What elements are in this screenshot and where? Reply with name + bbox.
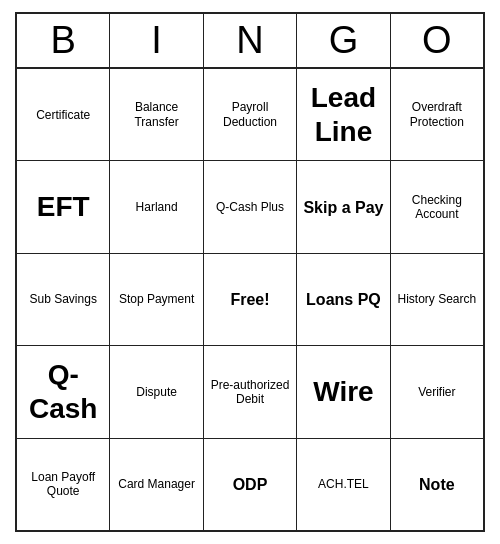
cell-label: Stop Payment	[119, 292, 194, 306]
cell-label: Wire	[313, 375, 373, 409]
cell-label: Pre-authorized Debit	[207, 378, 293, 407]
bingo-cell: Lead Line	[297, 69, 390, 160]
cell-label: Lead Line	[300, 81, 386, 148]
bingo-row: Q-CashDisputePre-authorized DebitWireVer…	[17, 346, 483, 438]
bingo-row: Loan Payoff QuoteCard ManagerODPACH.TELN…	[17, 439, 483, 530]
cell-label: Dispute	[136, 385, 177, 399]
cell-label: EFT	[37, 190, 90, 224]
header-letter: O	[391, 14, 483, 67]
header-letter: B	[17, 14, 110, 67]
cell-label: Harland	[136, 200, 178, 214]
cell-label: Certificate	[36, 108, 90, 122]
bingo-cell: Overdraft Protection	[391, 69, 483, 160]
bingo-row: EFTHarlandQ-Cash PlusSkip a PayChecking …	[17, 161, 483, 253]
bingo-cell: Verifier	[391, 346, 483, 437]
bingo-grid: CertificateBalance TransferPayroll Deduc…	[17, 69, 483, 530]
bingo-cell: Dispute	[110, 346, 203, 437]
bingo-card: BINGO CertificateBalance TransferPayroll…	[15, 12, 485, 532]
bingo-header: BINGO	[17, 14, 483, 69]
header-letter: I	[110, 14, 203, 67]
bingo-cell: Loan Payoff Quote	[17, 439, 110, 530]
bingo-cell: Note	[391, 439, 483, 530]
bingo-cell: Pre-authorized Debit	[204, 346, 297, 437]
bingo-row: CertificateBalance TransferPayroll Deduc…	[17, 69, 483, 161]
cell-label: Card Manager	[118, 477, 195, 491]
bingo-cell: History Search	[391, 254, 483, 345]
bingo-cell: Loans PQ	[297, 254, 390, 345]
bingo-cell: EFT	[17, 161, 110, 252]
cell-label: Overdraft Protection	[394, 100, 480, 129]
bingo-cell: Q-Cash	[17, 346, 110, 437]
header-letter: N	[204, 14, 297, 67]
header-letter: G	[297, 14, 390, 67]
bingo-cell: Balance Transfer	[110, 69, 203, 160]
bingo-cell: Skip a Pay	[297, 161, 390, 252]
cell-label: Q-Cash	[20, 358, 106, 425]
cell-label: Note	[419, 475, 455, 494]
bingo-row: Sub SavingsStop PaymentFree!Loans PQHist…	[17, 254, 483, 346]
bingo-cell: Harland	[110, 161, 203, 252]
cell-label: Q-Cash Plus	[216, 200, 284, 214]
cell-label: Loans PQ	[306, 290, 381, 309]
cell-label: ODP	[233, 475, 268, 494]
bingo-cell: Stop Payment	[110, 254, 203, 345]
bingo-cell: Certificate	[17, 69, 110, 160]
cell-label: History Search	[397, 292, 476, 306]
cell-label: Sub Savings	[30, 292, 97, 306]
cell-label: Skip a Pay	[303, 198, 383, 217]
cell-label: Checking Account	[394, 193, 480, 222]
cell-label: Free!	[230, 290, 269, 309]
bingo-cell: Card Manager	[110, 439, 203, 530]
bingo-cell: Free!	[204, 254, 297, 345]
bingo-cell: ACH.TEL	[297, 439, 390, 530]
cell-label: Balance Transfer	[113, 100, 199, 129]
cell-label: Payroll Deduction	[207, 100, 293, 129]
bingo-cell: Checking Account	[391, 161, 483, 252]
cell-label: Verifier	[418, 385, 455, 399]
bingo-cell: Q-Cash Plus	[204, 161, 297, 252]
bingo-cell: Sub Savings	[17, 254, 110, 345]
bingo-cell: Payroll Deduction	[204, 69, 297, 160]
cell-label: Loan Payoff Quote	[20, 470, 106, 499]
bingo-cell: ODP	[204, 439, 297, 530]
bingo-cell: Wire	[297, 346, 390, 437]
cell-label: ACH.TEL	[318, 477, 369, 491]
